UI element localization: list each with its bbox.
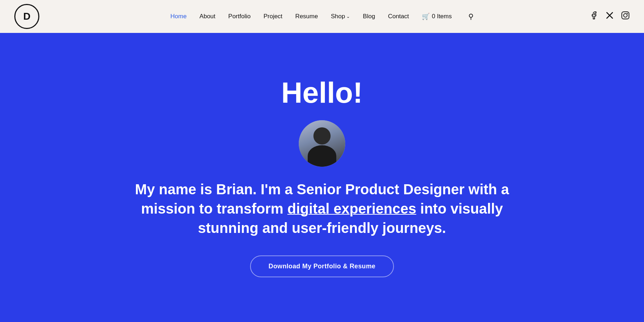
hero-description-link[interactable]: digital experiences [287, 201, 416, 216]
cart-count[interactable]: 0 Items [432, 13, 452, 20]
social-links [590, 11, 630, 22]
hero-description: My name is Brian. I'm a Senior Product D… [125, 180, 519, 238]
svg-point-1 [624, 14, 627, 17]
avatar [299, 120, 345, 167]
nav-item-resume[interactable]: Resume [295, 13, 318, 20]
hero-greeting: Hello! [281, 78, 363, 107]
nav-item-blog[interactable]: Blog [363, 13, 375, 20]
download-button[interactable]: Download My Portfolio & Resume [250, 255, 394, 277]
logo[interactable]: D [14, 4, 39, 29]
twitter-link[interactable] [605, 11, 614, 22]
svg-point-2 [627, 13, 628, 14]
avatar-image [299, 120, 345, 167]
hero-section: Hello! My name is Brian. I'm a Senior Pr… [0, 33, 644, 322]
instagram-link[interactable] [621, 11, 630, 22]
facebook-link[interactable] [590, 11, 598, 22]
shop-chevron-down-icon: ⌄ [346, 14, 350, 19]
nav-item-portfolio[interactable]: Portfolio [228, 13, 250, 20]
svg-rect-0 [622, 12, 629, 19]
logo-letter: D [23, 11, 30, 22]
nav-item-contact[interactable]: Contact [388, 13, 409, 20]
nav-item-shop-label: Shop [331, 13, 345, 20]
header: D Home About Portfolio Project Resume Sh… [0, 0, 644, 33]
cart-section: 🛒 0 Items [422, 13, 452, 20]
nav-item-project[interactable]: Project [263, 13, 282, 20]
nav-item-shop[interactable]: Shop ⌄ [331, 13, 350, 20]
nav-item-home[interactable]: Home [170, 13, 186, 20]
cart-icon[interactable]: 🛒 [422, 13, 430, 20]
search-icon[interactable]: ⚲ [468, 12, 474, 21]
nav-item-about[interactable]: About [200, 13, 215, 20]
main-nav: Home About Portfolio Project Resume Shop… [170, 12, 473, 21]
